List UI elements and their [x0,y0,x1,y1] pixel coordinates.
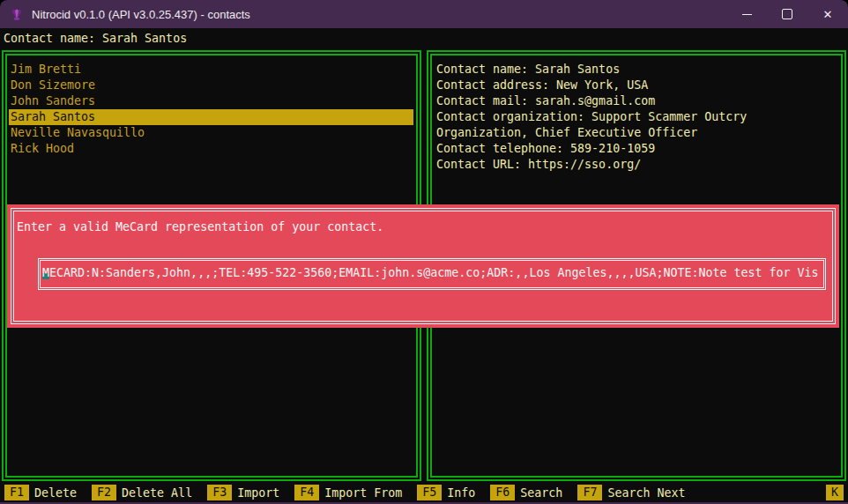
f1-key-badge[interactable]: F1 [4,485,29,500]
detail-line: Contact address: New York, USA [435,78,838,93]
mecard-dialog: Enter a valid MeCard representation of y… [7,204,839,328]
window-controls: ✕ [726,0,848,28]
mecard-input[interactable]: MECARD:N:Sanders,John,,,;TEL:495-522-356… [42,265,823,281]
minimize-button[interactable] [726,0,767,28]
f3-key-badge[interactable]: F3 [207,485,232,500]
list-item[interactable]: Neville Navasquillo [9,125,413,141]
fkey-import[interactable]: F3 Import [207,485,279,500]
fkey-label: Search Next [607,486,685,500]
detail-line: Contact URL: https://sso.org/ [435,157,838,173]
status-bar: Contact name: Sarah Santos [0,28,848,49]
mecard-input-box: MECARD:N:Sanders,John,,,;TEL:495-522-356… [38,258,826,290]
maximize-button[interactable] [767,0,807,28]
fkey-label: Delete All [122,486,192,500]
maximize-icon [782,9,792,19]
fkey-label: Import From [324,486,402,500]
fkey-info[interactable]: F5 Info [417,485,475,500]
fkey-delete-all[interactable]: F2 Delete All [92,485,192,500]
k-key-badge[interactable]: K [826,485,844,500]
fkey-label: Import [237,486,279,500]
mecard-input-text: ECARD:N:Sanders,John,,,;TEL:495-522-3560… [49,266,819,279]
nitrocid-app-icon [10,7,24,21]
list-item-selected[interactable]: Sarah Santos [9,109,413,125]
fkey-label: Delete [34,486,77,500]
mecard-dialog-inner: Enter a valid MeCard representation of y… [13,211,833,322]
list-item[interactable]: Rick Hood [9,141,413,157]
function-key-bar: F1 Delete F2 Delete All F3 Import F4 Imp… [0,483,848,502]
mecard-input-border: MECARD:N:Sanders,John,,,;TEL:495-522-356… [40,260,824,288]
detail-line: Contact mail: sarah.s@gmail.com [435,93,838,109]
f6-key-badge[interactable]: F6 [490,485,515,500]
f4-key-badge[interactable]: F4 [294,485,319,500]
fkey-search-next[interactable]: F7 Search Next [577,485,685,500]
list-item[interactable]: Don Sizemore [9,78,413,93]
detail-line: Contact name: Sarah Santos [435,62,838,78]
detail-line: Organization, Chief Executive Officer [435,125,838,141]
list-item[interactable]: John Sanders [9,93,413,109]
nitrocid-window: Nitrocid v0.1.0 (API v3.0.25.437) - cont… [0,0,848,504]
f5-key-badge[interactable]: F5 [417,485,442,500]
terminal-screen: Contact name: Sarah Santos Jim Bretti Do… [0,28,848,504]
fkey-label: Info [447,486,475,500]
window-title: Nitrocid v0.1.0 (API v3.0.25.437) - cont… [32,8,250,21]
list-item[interactable]: Jim Bretti [9,62,413,78]
f7-key-badge[interactable]: F7 [577,485,602,500]
fkey-import-from[interactable]: F4 Import From [294,485,402,500]
mecard-prompt: Enter a valid MeCard representation of y… [17,219,832,235]
fkey-delete[interactable]: F1 Delete [4,485,77,500]
minimize-icon [742,14,752,15]
close-button[interactable]: ✕ [807,0,848,28]
title-bar: Nitrocid v0.1.0 (API v3.0.25.437) - cont… [0,0,848,28]
detail-line: Contact organization: Support Scammer Ou… [435,109,838,125]
fkey-label: Search [520,486,562,500]
mecard-dialog-border: Enter a valid MeCard representation of y… [11,208,836,324]
text-cursor: M [42,266,49,279]
close-icon: ✕ [823,9,833,20]
fkey-search[interactable]: F6 Search [490,485,562,500]
f2-key-badge[interactable]: F2 [92,485,116,500]
detail-line: Contact telephone: 589-210-1059 [435,141,838,157]
